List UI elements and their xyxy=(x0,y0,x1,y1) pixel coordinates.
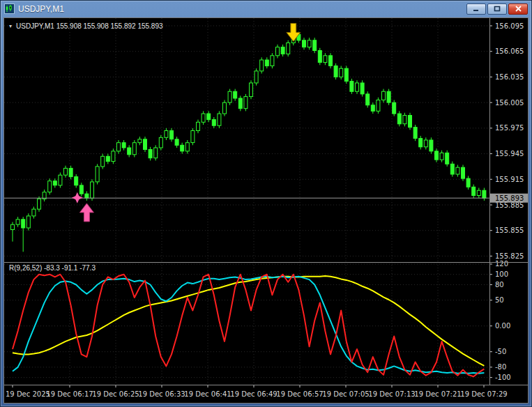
candle xyxy=(207,114,211,120)
candle xyxy=(313,40,317,51)
candle xyxy=(22,220,25,228)
candle xyxy=(281,47,284,54)
candle xyxy=(472,187,476,195)
time-label: 19 Dec 06:25 xyxy=(92,390,139,398)
candle xyxy=(91,182,94,198)
symbol-dropdown-icon[interactable]: ▾ xyxy=(9,23,12,29)
minimize-icon xyxy=(473,6,480,12)
indicator-tick-label: 120 xyxy=(495,260,508,268)
window-title: USDJPY,M1 xyxy=(18,4,64,14)
price-tick-label: 155.915 xyxy=(495,176,524,183)
candle xyxy=(334,66,337,77)
candle xyxy=(26,216,30,228)
candle xyxy=(360,83,364,94)
candle xyxy=(234,91,237,98)
maximize-button[interactable] xyxy=(487,3,507,15)
candle xyxy=(340,68,343,77)
candle xyxy=(462,167,465,178)
candle xyxy=(69,168,73,176)
candle xyxy=(403,116,406,124)
candle xyxy=(212,120,215,126)
indicator-tick-label: -50 xyxy=(495,348,506,355)
minimize-button[interactable] xyxy=(466,3,486,15)
candle xyxy=(11,224,15,229)
price-pane[interactable] xyxy=(4,18,489,262)
candle xyxy=(223,102,227,114)
candle xyxy=(260,60,264,71)
price-tick-label: 155.975 xyxy=(495,124,524,132)
chart-client-area: 19 Dec 202519 Dec 06:1719 Dec 06:2519 De… xyxy=(3,17,529,404)
price-tick-label: 156.035 xyxy=(495,73,524,81)
candle xyxy=(138,139,142,143)
candle xyxy=(122,143,126,148)
price-tick-label: 156.005 xyxy=(495,99,524,107)
candle xyxy=(435,151,439,160)
candle xyxy=(265,60,268,66)
usdjpy-chart-window: USDJPY,M1 19 Dec 202519 Dec 06:1719 Dec … xyxy=(0,0,532,407)
candle xyxy=(38,199,41,209)
candle xyxy=(144,139,147,150)
candle xyxy=(64,168,68,175)
price-tick-label: 156.095 xyxy=(495,22,524,30)
time-label: 19 Dec 07:13 xyxy=(368,390,415,398)
time-label: 19 Dec 06:57 xyxy=(276,390,323,398)
candle xyxy=(477,190,480,195)
price-tick-label: 155.855 xyxy=(495,226,524,234)
indicator-pane[interactable] xyxy=(4,262,489,385)
indicator-tick-label: 80 xyxy=(495,281,504,289)
candle xyxy=(132,143,136,155)
candle xyxy=(382,91,386,100)
candle xyxy=(238,98,242,109)
candle xyxy=(329,56,333,66)
candle xyxy=(344,68,348,81)
chart-canvas[interactable]: 19 Dec 202519 Dec 06:1719 Dec 06:2519 De… xyxy=(4,18,529,404)
candle xyxy=(356,83,359,91)
candle xyxy=(48,181,52,192)
candle xyxy=(228,91,231,102)
candle xyxy=(324,56,327,63)
close-button[interactable] xyxy=(508,3,528,15)
candle xyxy=(112,151,115,162)
candle xyxy=(154,148,158,158)
window-controls xyxy=(466,3,528,15)
indicator-tick-label: 100 xyxy=(495,270,508,278)
candle xyxy=(419,139,423,147)
time-label: 19 Dec 2025 xyxy=(6,390,50,398)
candle xyxy=(197,122,200,130)
candle xyxy=(387,91,390,102)
candle xyxy=(244,97,248,109)
candle xyxy=(149,150,152,158)
candle xyxy=(128,148,131,155)
titlebar[interactable]: USDJPY,M1 xyxy=(1,1,531,17)
candle xyxy=(377,100,380,112)
candle xyxy=(397,114,401,124)
indicator-tick-label: -100 xyxy=(495,374,511,381)
candle xyxy=(413,128,417,139)
candle xyxy=(96,167,99,182)
candle xyxy=(202,114,205,122)
candle xyxy=(430,140,433,151)
time-label: 19 Dec 06:33 xyxy=(138,390,185,398)
candle xyxy=(303,40,306,47)
candle xyxy=(250,83,253,97)
candle xyxy=(79,185,83,194)
indicator-tick-label: 50 xyxy=(495,296,504,304)
indicator-tick-label: 0.00 xyxy=(495,322,510,330)
candle xyxy=(254,71,258,83)
price-tick-label: 156.065 xyxy=(495,47,524,55)
candle xyxy=(185,143,189,151)
candle xyxy=(371,105,374,112)
current-price-label: 155.893 xyxy=(495,194,524,202)
candle xyxy=(271,56,274,66)
candle xyxy=(424,140,427,147)
time-label: 19 Dec 06:41 xyxy=(184,390,231,398)
candle xyxy=(318,51,321,63)
candle xyxy=(170,131,174,139)
price-tick-label: 155.945 xyxy=(495,150,524,158)
candle xyxy=(165,131,168,138)
candle xyxy=(393,102,396,114)
candle xyxy=(276,47,280,56)
candle xyxy=(456,167,459,174)
candle xyxy=(175,139,178,146)
time-label: 19 Dec 07:21 xyxy=(414,390,461,398)
